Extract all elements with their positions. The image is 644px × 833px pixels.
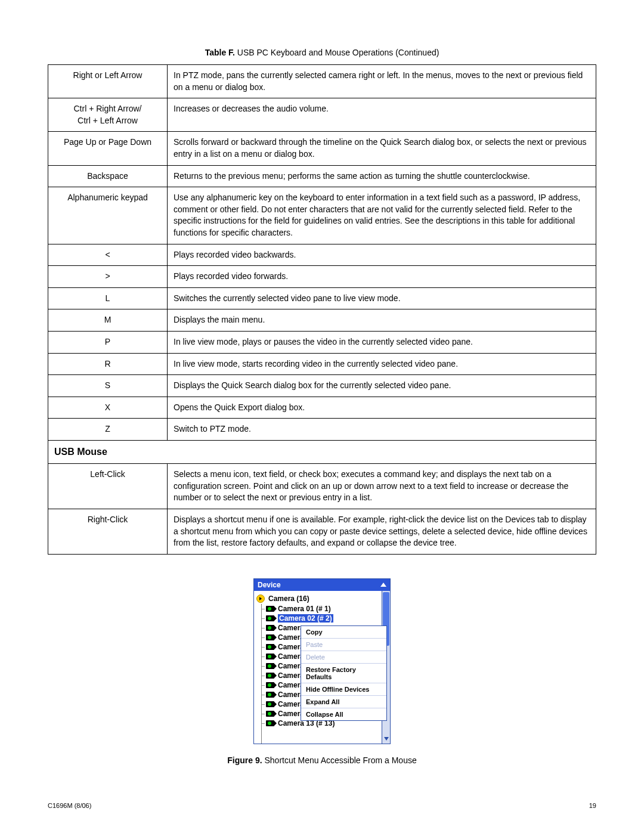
desc-cell: In live view mode, starts recording vide… — [168, 353, 596, 375]
desc-cell: Displays the main menu. — [168, 309, 596, 332]
figure-caption: Figure 9. Shortcut Menu Accessible From … — [48, 755, 596, 765]
table-caption: Table F. USB PC Keyboard and Mouse Opera… — [48, 48, 596, 57]
desc-cell: Use any alphanumeric key on the keyboard… — [168, 187, 596, 244]
desc-cell: Switches the currently selected video pa… — [168, 287, 596, 309]
key-cell: Backspace — [48, 165, 168, 187]
camera-icon — [266, 654, 274, 659]
desc-cell: Opens the Quick Export dialog box. — [168, 397, 596, 419]
context-menu-item: Delete — [301, 651, 386, 664]
table-caption-text: USB PC Keyboard and Mouse Operations (Co… — [237, 48, 439, 57]
context-menu-item[interactable]: Restore Factory Defaults — [301, 664, 386, 683]
device-panel-title: Device — [258, 581, 281, 589]
desc-cell: Plays recorded video backwards. — [168, 244, 596, 266]
desc-cell: In PTZ mode, pans the currently selected… — [168, 65, 596, 98]
table-row: XOpens the Quick Export dialog box. — [48, 397, 596, 419]
camera-icon — [266, 625, 274, 631]
table-row: ZSwitch to PTZ mode. — [48, 419, 596, 441]
table-row: Page Up or Page DownScrolls forward or b… — [48, 132, 596, 165]
key-cell: R — [48, 353, 168, 375]
camera-icon — [266, 720, 274, 726]
key-cell: Z — [48, 419, 168, 441]
camera-icon — [266, 711, 274, 717]
table-row: Right-ClickDisplays a shortcut menu if o… — [48, 509, 596, 555]
key-cell: M — [48, 309, 168, 332]
table-row: Left-ClickSelects a menu icon, text fiel… — [48, 464, 596, 509]
key-cell: Alphanumeric keypad — [48, 187, 168, 244]
device-panel-header: Device — [254, 579, 390, 591]
camera-group-icon — [256, 594, 265, 603]
scroll-down-icon[interactable] — [382, 734, 390, 742]
context-menu-item[interactable]: Copy — [301, 626, 386, 639]
table-row: LSwitches the currently selected video p… — [48, 287, 596, 309]
tree-item-label: Camera 02 (# 2) — [278, 614, 333, 623]
table-row: RIn live view mode, starts recording vid… — [48, 353, 596, 375]
key-cell: P — [48, 331, 168, 353]
camera-icon — [266, 663, 274, 669]
camera-icon — [266, 615, 274, 621]
figure-caption-label: Figure 9. — [227, 755, 262, 765]
camera-icon — [266, 682, 274, 688]
tree-item-label: Camera 01 (# 1) — [278, 605, 331, 613]
context-menu-item: Paste — [301, 639, 386, 651]
scroll-up-icon[interactable] — [380, 583, 386, 587]
desc-cell: Displays the Quick Search dialog box for… — [168, 375, 596, 397]
key-cell: L — [48, 287, 168, 309]
desc-cell: Plays recorded video forwards. — [168, 266, 596, 288]
table-row: Ctrl + Right Arrow/ Ctrl + Left ArrowInc… — [48, 98, 596, 132]
camera-icon — [266, 673, 274, 679]
figure-caption-text: Shortcut Menu Accessible From a Mouse — [265, 755, 417, 765]
desc-cell: In live view mode, plays or pauses the v… — [168, 331, 596, 353]
device-panel: Device Camera (16) Camera 01 (# 1)Camera… — [253, 578, 391, 744]
tree-item[interactable]: Camera 01 (# 1) — [256, 604, 388, 614]
table-row: >Plays recorded video forwards. — [48, 266, 596, 288]
document-footer: C1696M (8/06) 19 — [48, 802, 596, 809]
context-menu-item[interactable]: Collapse All — [301, 708, 386, 720]
table-row: SDisplays the Quick Search dialog box fo… — [48, 375, 596, 397]
table-row: <Plays recorded video backwards. — [48, 244, 596, 266]
table-row: MDisplays the main menu. — [48, 309, 596, 332]
desc-cell: Displays a shortcut menu if one is avail… — [168, 509, 596, 555]
table-caption-label: Table F. — [205, 48, 235, 57]
desc-cell: Switch to PTZ mode. — [168, 419, 596, 441]
table-row: PIn live view mode, plays or pauses the … — [48, 331, 596, 353]
desc-cell: Scrolls forward or backward through the … — [168, 132, 596, 165]
context-menu-item[interactable]: Hide Offline Devices — [301, 683, 386, 696]
camera-icon — [266, 634, 274, 640]
key-cell: S — [48, 375, 168, 397]
key-cell: Left-Click — [48, 464, 168, 509]
camera-icon — [266, 692, 274, 698]
key-cell: Right or Left Arrow — [48, 65, 168, 98]
table-row: Alphanumeric keypadUse any alphanumeric … — [48, 187, 596, 244]
key-cell: > — [48, 266, 168, 288]
context-menu: CopyPasteDeleteRestore Factory DefaultsH… — [301, 625, 387, 721]
tree-root[interactable]: Camera (16) — [256, 593, 388, 604]
key-cell: X — [48, 397, 168, 419]
context-menu-item[interactable]: Expand All — [301, 696, 386, 708]
tree-root-label: Camera (16) — [268, 594, 309, 603]
table-row: Right or Left ArrowIn PTZ mode, pans the… — [48, 65, 596, 98]
key-cell: Page Up or Page Down — [48, 132, 168, 165]
figure-container: Device Camera (16) Camera 01 (# 1)Camera… — [48, 578, 596, 765]
operations-table: Right or Left ArrowIn PTZ mode, pans the… — [48, 64, 596, 555]
footer-doc-id: C1696M (8/06) — [48, 802, 91, 809]
key-cell: Right-Click — [48, 509, 168, 555]
device-tree: Camera (16) Camera 01 (# 1)Camera 02 (# … — [254, 591, 390, 744]
footer-page-number: 19 — [589, 802, 596, 809]
table-row: BackspaceReturns to the previous menu; p… — [48, 165, 596, 187]
camera-icon — [266, 701, 274, 707]
camera-icon — [266, 606, 274, 612]
camera-icon — [266, 644, 274, 650]
desc-cell: Selects a menu icon, text field, or chec… — [168, 464, 596, 509]
key-cell: Ctrl + Right Arrow/ Ctrl + Left Arrow — [48, 98, 168, 132]
desc-cell: Returns to the previous menu; performs t… — [168, 165, 596, 187]
tree-item[interactable]: Camera 02 (# 2) — [256, 614, 388, 623]
key-cell: < — [48, 244, 168, 266]
desc-cell: Increases or decreases the audio volume. — [168, 98, 596, 132]
usb-mouse-header: USB Mouse — [48, 440, 596, 463]
